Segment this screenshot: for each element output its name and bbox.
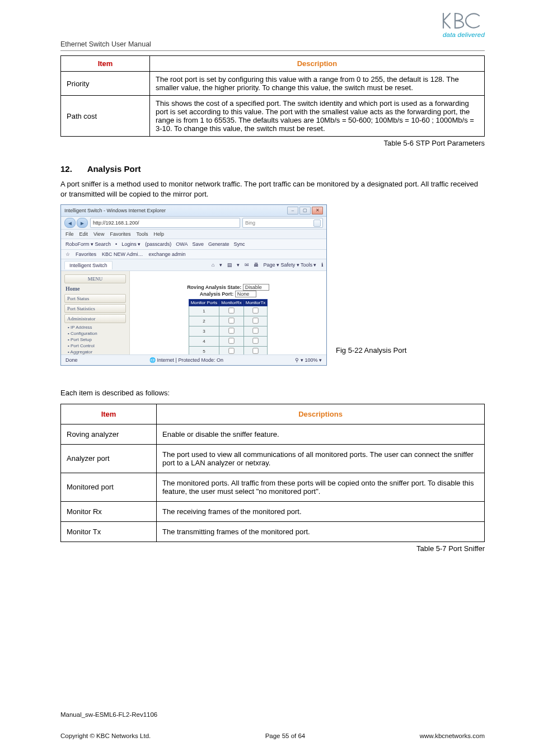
page-tools[interactable]: ⌂ ▾ ▤ ▾ ✉ 🖶 Page ▾ Safety ▾ Tools ▾ ℹ <box>208 262 323 268</box>
tx-checkbox[interactable] <box>252 338 258 343</box>
tx-checkbox[interactable] <box>252 328 258 333</box>
forward-button[interactable]: ► <box>77 218 88 228</box>
cell-item: Roving analyzer <box>61 424 157 444</box>
help-icon[interactable]: ℹ <box>321 262 323 268</box>
menu-item[interactable]: Help <box>153 231 164 237</box>
th-descriptions: Descriptions <box>157 404 485 424</box>
roving-select[interactable]: Disable <box>243 284 269 291</box>
toolbar-item[interactable]: Logins ▾ <box>121 241 140 247</box>
status-mid: 🌐 Internet | Protected Mode: On <box>149 357 223 363</box>
tx-checkbox[interactable] <box>252 318 258 323</box>
window-title: Intelligent Switch - Windows Internet Ex… <box>64 208 166 213</box>
mail-icon[interactable]: ✉ <box>245 262 249 268</box>
menu-item[interactable]: Edit <box>79 231 88 237</box>
favorites-label[interactable]: Favorites <box>76 251 96 257</box>
doc-title: Ethernet Switch User Manual <box>60 40 151 48</box>
analysis-label: Analysis Port: <box>200 291 234 297</box>
linkbar-item[interactable]: KBC NEW Admi… <box>102 251 143 257</box>
th-monitor-tx: MonitorTx <box>243 300 268 306</box>
analysis-select[interactable]: None <box>235 291 257 297</box>
rx-checkbox[interactable] <box>228 307 234 313</box>
table-row: Monitored port The monitored ports. All … <box>61 473 485 501</box>
toolbar-item[interactable]: Generate <box>208 241 229 247</box>
sidebar-group[interactable]: Port Statistics <box>64 304 126 313</box>
tab-bar: Intelligent Switch ⌂ ▾ ▤ ▾ ✉ 🖶 Page ▾ Sa… <box>61 259 326 271</box>
table-row: Priority The root port is set by configu… <box>61 72 485 96</box>
logo-subtitle: data delivered <box>440 31 485 38</box>
port-sniffer-table: Item Descriptions Roving analyzer Enable… <box>60 404 485 542</box>
toolbar-item[interactable]: Save <box>192 241 204 247</box>
cell-item: Priority <box>61 72 150 96</box>
stp-port-params-table: Item Description Priority The root port … <box>60 55 485 137</box>
sidebar-item[interactable]: • IP Address <box>61 324 129 330</box>
url-field[interactable]: http://192.168.1.200/ <box>90 218 240 228</box>
cell-item: Monitor Tx <box>61 521 157 542</box>
rx-checkbox[interactable] <box>228 338 234 343</box>
cell-desc: The transmitting frames of the monitored… <box>157 521 485 542</box>
menu-item[interactable]: View <box>93 231 104 237</box>
window-close-button[interactable]: ✕ <box>312 207 323 214</box>
sidebar-group[interactable]: Administrator <box>64 314 126 323</box>
toolbar: RoboForm ▾ Search • Logins ▾ (passcards)… <box>61 239 326 250</box>
window-maximize-button[interactable]: ▢ <box>299 207 311 214</box>
table-row: 2 <box>189 316 268 326</box>
roving-label: Roving Analysis State: <box>187 284 241 290</box>
internet-icon: 🌐 <box>149 357 156 363</box>
cell-item: Monitor Rx <box>61 501 157 521</box>
cell-item: Path cost <box>61 96 150 137</box>
cell-desc: This shows the cost of a specified port.… <box>150 96 485 137</box>
print-icon[interactable]: 🖶 <box>254 262 259 268</box>
status-bar: Done 🌐 Internet | Protected Mode: On ⚲ ▾… <box>61 354 326 365</box>
tx-checkbox[interactable] <box>252 348 258 353</box>
toolbar-item[interactable]: Sync <box>233 241 245 247</box>
cell-item: Monitored port <box>61 473 157 501</box>
cell-desc: Enable or disable the sniffer feature. <box>157 424 485 444</box>
browser-tab[interactable]: Intelligent Switch <box>64 261 113 269</box>
cell-desc: The receiving frames of the monitored po… <box>157 501 485 521</box>
th-monitor-rx: MonitorRx <box>219 300 243 306</box>
page-header: Ethernet Switch User Manual data deliver… <box>60 11 485 51</box>
table-row: 4 <box>189 337 268 347</box>
table-row: 1 <box>189 306 268 316</box>
logo: data delivered <box>440 11 485 38</box>
toolbar-item[interactable]: RoboForm ▾ Search <box>65 241 111 247</box>
tx-checkbox[interactable] <box>252 307 258 313</box>
sidebar-item[interactable]: • Port Setup <box>61 337 129 343</box>
sidebar-home[interactable]: Home <box>61 284 129 293</box>
section-paragraph: A port sniffer is a method used to monit… <box>60 179 485 199</box>
feed-icon[interactable]: ▤ <box>227 262 232 268</box>
rx-checkbox[interactable] <box>228 348 234 353</box>
table-row: Path cost This shows the cost of a speci… <box>61 96 485 137</box>
table2-caption: Table 5-7 Port Sniffer <box>60 544 485 553</box>
sidebar-group[interactable]: Port Status <box>64 294 126 303</box>
th-item: Item <box>61 404 157 424</box>
section-heading: 12. Analysis Port <box>60 164 485 174</box>
status-left: Done <box>65 357 78 363</box>
cell-desc: The root port is set by configuring this… <box>150 72 485 96</box>
menu-item[interactable]: Favorites <box>110 231 130 237</box>
screenshot: Intelligent Switch - Windows Internet Ex… <box>60 204 327 366</box>
sidebar-item[interactable]: • Port Control <box>61 343 129 349</box>
sidebar-menu-button[interactable]: MENU <box>64 274 126 283</box>
toolbar-item[interactable]: (passcards) <box>145 241 171 247</box>
back-button[interactable]: ◄ <box>64 218 76 228</box>
table-row: Monitor Tx The transmitting frames of th… <box>61 521 485 542</box>
sidebar-item[interactable]: • Configuration <box>61 330 129 337</box>
rx-checkbox[interactable] <box>228 318 234 323</box>
th-item: Item <box>61 56 150 72</box>
window-minimize-button[interactable]: – <box>287 207 298 214</box>
menubar: File Edit View Favorites Tools Help <box>61 230 326 239</box>
search-field[interactable]: Bing <box>242 218 323 228</box>
menu-item[interactable]: Tools <box>136 231 148 237</box>
menu-item[interactable]: File <box>65 231 74 237</box>
toolbar-item[interactable]: OWA <box>176 241 188 247</box>
rx-checkbox[interactable] <box>228 328 234 333</box>
copyright: Copyright © KBC Networks Ltd. <box>60 732 151 739</box>
linkbar-item[interactable]: exchange admin <box>149 251 186 257</box>
kbc-logo-icon <box>440 11 485 30</box>
home-icon[interactable]: ⌂ <box>212 262 214 268</box>
table-row: Analyzer port The port used to view all … <box>61 444 485 473</box>
zoom-icon[interactable]: ⚲ <box>295 357 299 363</box>
th-monitor-ports: Monitor Ports <box>189 300 219 306</box>
figure-caption: Fig 5-22 Analysis Port <box>336 346 406 354</box>
